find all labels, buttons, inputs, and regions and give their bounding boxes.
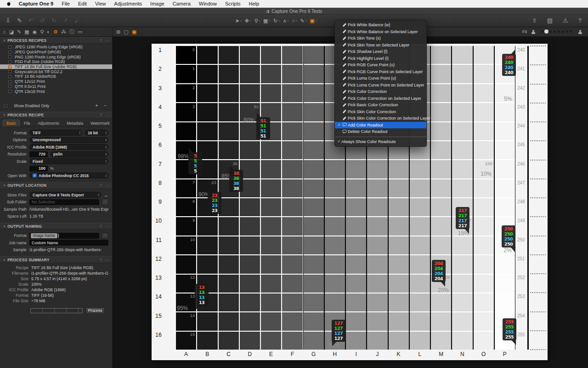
tab-watermark[interactable]: Watermark: [87, 120, 113, 126]
dropdown-format[interactable]: 16 bit▴▾: [85, 130, 108, 136]
recipe-checkbox[interactable]: [8, 75, 11, 78]
recipe-row[interactable]: QTR 8.5x11 Print: [0, 84, 112, 89]
panel-more-icon[interactable]: ⋯: [105, 183, 109, 188]
undo-icon[interactable]: ↶: [28, 15, 34, 27]
help-icon[interactable]: ?: [578, 15, 582, 27]
color-readout[interactable]: 13131313: [195, 284, 209, 306]
panel-help-icon[interactable]: ?: [100, 113, 102, 117]
store-files-dropdown[interactable]: Capture One 9 Tests Export ▴▾: [29, 192, 101, 198]
recipe-checkbox[interactable]: [8, 85, 11, 88]
import-icon[interactable]: ⇩: [6, 15, 11, 27]
disclosure-triangle-icon[interactable]: ∨: [3, 258, 6, 262]
crop-tool[interactable]: ▦▾: [263, 18, 270, 24]
menubar-item-image[interactable]: Image: [146, 1, 169, 6]
sub-folder-browse-button[interactable]: ⋯: [102, 199, 108, 205]
recipe-row[interactable]: QTR 13x19 Print: [0, 89, 112, 94]
menubar-item-edit[interactable]: Edit: [74, 1, 91, 6]
rotate-ccw-icon[interactable]: ↺: [40, 15, 45, 27]
color-readout[interactable]: 204204204204: [432, 260, 446, 282]
menu-item-pick-color-correction-on-selected-layer[interactable]: Pick Color Correction on Selected Layer: [335, 95, 426, 102]
recipe-checkbox[interactable]: [8, 51, 11, 54]
process-summary-header[interactable]: ∨ PROCESS SUMMARY ?⋯: [0, 256, 112, 263]
fit-zoom-button[interactable]: Fit: [522, 29, 527, 34]
rotate-cw-icon[interactable]: ↻: [51, 15, 57, 27]
zoom-slider-knob[interactable]: [544, 29, 548, 34]
tab-metadata[interactable]: Metadata: [63, 120, 86, 126]
checkbox-checked[interactable]: ✓: [33, 173, 37, 178]
menu-item-add-color-readout[interactable]: ✓Add Color Readout: [335, 122, 426, 129]
tab-batch[interactable]: ⁂: [61, 27, 66, 36]
dropdown-scale[interactable]: Fixed▴▾: [29, 158, 108, 164]
output-location-header[interactable]: ∨ OUTPUT LOCATION ?⋯: [0, 182, 112, 189]
menubar-item-view[interactable]: View: [91, 1, 110, 6]
select-tool[interactable]: ➤▾: [235, 18, 242, 24]
panel-help-icon[interactable]: ?: [100, 38, 102, 43]
panel-more-icon[interactable]: ⋯: [105, 258, 109, 262]
color-readout[interactable]: 250250250250: [502, 225, 515, 247]
menu-item-pick-skin-color-correction-on-selected-layer[interactable]: Pick Skin Color Correction on Selected L…: [335, 115, 426, 122]
add-recipe-button[interactable]: +: [94, 103, 99, 108]
menu-item-pick-color-correction[interactable]: Pick Color Correction: [335, 88, 426, 95]
tab-file[interactable]: File: [21, 120, 34, 126]
recipe-checkbox[interactable]: [8, 90, 11, 93]
dropdown-format[interactable]: TIFF▴▾: [29, 130, 82, 136]
color-picker-tool[interactable]: ▣▾: [310, 18, 317, 24]
panel-help-icon[interactable]: ?: [100, 224, 102, 229]
menu-item-pick-luma-curve-point-on-selected-layer[interactable]: Pick Luma Curve Point on Selected Layer: [335, 82, 426, 89]
tab-composition[interactable]: ▦: [24, 27, 29, 36]
recipe-checkbox-checked[interactable]: [8, 65, 11, 69]
spot-tool[interactable]: ○▾: [292, 18, 297, 23]
menu-item-pick-luma-curve-point-u-[interactable]: Pick Luma Curve Point (u): [335, 75, 426, 82]
recipe-row[interactable]: Grayscale16-bit Tiff GG2.2: [0, 69, 112, 74]
color-readout[interactable]: 51515151: [256, 117, 270, 139]
dropdown-options[interactable]: Uncompressed▴▾: [29, 137, 108, 143]
color-readout[interactable]: 5555: [188, 152, 202, 174]
panel-more-icon[interactable]: ⋯: [105, 224, 109, 229]
disclosure-triangle-icon[interactable]: ∨: [3, 224, 6, 228]
edit-pen-icon[interactable]: ✎: [17, 15, 22, 27]
value-input[interactable]: 100: [29, 166, 48, 172]
menu-item-pick-highlight-level-l-[interactable]: Pick Highlight Level (l): [335, 55, 426, 62]
arrow-ne-icon[interactable]: ↗: [63, 15, 68, 27]
menubar-item-scripts[interactable]: Scripts: [221, 1, 245, 6]
menu-item-pick-skin-tone-on-selected-layer[interactable]: Pick Skin Tone on Selected Layer: [335, 42, 426, 49]
menu-item-pick-skin-tone-s-[interactable]: Pick Skin Tone (s): [335, 35, 426, 42]
print-icon[interactable]: ▤: [547, 15, 553, 27]
menubar-item-help[interactable]: Help: [245, 1, 264, 6]
menu-item-pick-rgb-curve-point-u-[interactable]: Pick RGB Curve Point (u): [335, 62, 426, 69]
dropdown-resolution[interactable]: px/in▴▾: [50, 151, 108, 157]
tab-basic[interactable]: Basic: [3, 120, 20, 126]
process-recipe-header[interactable]: ∨ PROCESS RECIPE ?⋯: [0, 112, 112, 119]
show-enabled-checkbox[interactable]: [4, 104, 7, 107]
loupe-tool[interactable]: ⚲▾: [254, 18, 260, 24]
apple-menu-icon[interactable]: [6, 1, 11, 6]
job-name-field[interactable]: Custom Name: [29, 240, 108, 246]
menubar-item-camera[interactable]: Camera: [169, 1, 195, 6]
recipe-row[interactable]: PSD Full Size (Adobe RGB): [0, 59, 112, 64]
proof-view-icon[interactable]: ▣: [132, 27, 136, 36]
disclosure-triangle-icon[interactable]: ∨: [3, 113, 6, 117]
tab-library[interactable]: ⌂: [3, 27, 6, 36]
recipe-row[interactable]: TIFF 16 Bit AdobeRGB: [0, 74, 112, 79]
menubar-item-adjustments[interactable]: Adjustments: [110, 1, 147, 6]
tab-lens[interactable]: ◉: [33, 27, 37, 36]
recipe-row[interactable]: JPEG 1280 Pixels Long Edge (sRGB): [0, 45, 112, 50]
menubar-item-window[interactable]: Window: [195, 1, 221, 6]
tab-details[interactable]: ⚲: [40, 27, 44, 36]
arrow-sw-icon[interactable]: ↙: [74, 15, 79, 27]
menu-item-pick-rgb-curve-point-on-selected-layer[interactable]: Pick RGB Curve Point on Selected Layer: [335, 69, 426, 75]
dropdown-icc-profile[interactable]: Adobe RGB (1998)▴▾: [29, 144, 108, 150]
export-icon[interactable]: ⇧: [532, 15, 537, 27]
tab-adjustments[interactable]: ◐: [47, 27, 50, 36]
dropdown-open-with[interactable]: ✓Adobe Photoshop CC 2015▴▾: [29, 172, 108, 178]
menu-item-pick-skin-color-correction[interactable]: Pick Skin Color Correction: [335, 109, 426, 115]
tab-color[interactable]: ✎: [17, 27, 21, 36]
recipe-checkbox[interactable]: [8, 70, 11, 73]
panel-more-icon[interactable]: ⋯: [105, 113, 109, 117]
sub-folder-field[interactable]: No Selection: [29, 199, 99, 205]
menu-item-always-show-color-readouts[interactable]: ✓Always Show Color Readouts: [335, 138, 426, 145]
panel-help-icon[interactable]: ?: [100, 258, 102, 262]
image-name-token[interactable]: Image Name: [31, 233, 57, 238]
zoom-slider[interactable]: [540, 31, 574, 33]
panel-help-icon[interactable]: ?: [100, 183, 102, 188]
